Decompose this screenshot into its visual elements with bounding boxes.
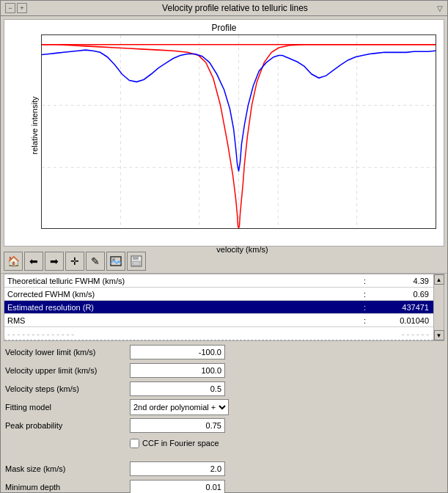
- title-bar: − + Velocity profile relative to telluri…: [1, 1, 447, 16]
- minimum-depth-input[interactable]: [130, 480, 225, 493]
- x-axis-label: velocity (km/s): [41, 245, 444, 254]
- svg-rect-13: [133, 261, 140, 266]
- minimum-depth-row: Minimum depth: [5, 479, 443, 493]
- svg-rect-12: [133, 256, 139, 260]
- peak-probability-row: Peak probability: [5, 417, 443, 434]
- image-button[interactable]: [106, 252, 125, 271]
- mask-size-row: Mask size (km/s): [5, 461, 443, 477]
- window-title: Velocity profile relative to telluric li…: [33, 3, 437, 13]
- mask-size-label: Mask size (km/s): [5, 464, 130, 473]
- save-button[interactable]: [127, 252, 146, 271]
- table-wrapper: Theoretical telluric FWHM (km/s) : 4.39 …: [4, 274, 433, 340]
- plot-container: 1.00 0.95 0.90 0.85 −100 −50 0 50 100: [41, 34, 436, 229]
- main-window: − + Velocity profile relative to telluri…: [0, 0, 448, 493]
- fitting-model-label: Fitting model: [5, 403, 130, 412]
- chart-title: Profile: [4, 20, 444, 33]
- form-area: Velocity lower limit (km/s) Velocity upp…: [1, 341, 447, 493]
- fitting-model-select[interactable]: 2nd order polynomial + ga Gaussian Loren…: [130, 399, 229, 415]
- title-bar-buttons: − +: [5, 3, 27, 13]
- table-row-dashed: - - - - - - - - - - - - - - - - - - - -: [4, 327, 433, 340]
- forward-button[interactable]: ➡: [45, 252, 64, 271]
- velocity-steps-input[interactable]: [130, 381, 225, 396]
- velocity-lower-row: Velocity lower limit (km/s): [5, 344, 443, 360]
- minimum-depth-label: Minimum depth: [5, 483, 130, 492]
- minimize-button[interactable]: −: [5, 3, 15, 13]
- home-button[interactable]: 🏠: [4, 252, 23, 271]
- ccf-fourier-label: CCF in Fourier space: [142, 439, 219, 448]
- edit-button[interactable]: ✎: [86, 252, 105, 271]
- y-axis-label: relative intensity: [30, 97, 39, 155]
- table-row: Corrected FWHM (km/s) : 0.69: [4, 288, 433, 301]
- table-row: Theoretical telluric FWHM (km/s) : 4.39: [4, 274, 433, 288]
- velocity-steps-label: Velocity steps (km/s): [5, 384, 130, 393]
- chart-area: Profile relative intensity 1.00 0.95 0.9…: [4, 19, 444, 246]
- ccf-fourier-row: CCF in Fourier space: [5, 436, 443, 450]
- velocity-steps-row: Velocity steps (km/s): [5, 381, 443, 397]
- plot-svg: [42, 35, 436, 228]
- velocity-upper-input[interactable]: [130, 363, 225, 378]
- velocity-upper-label: Velocity upper limit (km/s): [5, 366, 130, 375]
- window-collapse[interactable]: ▽: [437, 4, 443, 12]
- velocity-lower-input[interactable]: [130, 345, 225, 359]
- data-table: Theoretical telluric FWHM (km/s) : 4.39 …: [4, 274, 444, 341]
- ccf-fourier-checkbox[interactable]: [130, 439, 139, 448]
- zoom-button[interactable]: ✛: [65, 252, 84, 271]
- peak-probability-input[interactable]: [130, 418, 225, 433]
- scroll-down-button[interactable]: ▼: [434, 330, 444, 340]
- table-row: RMS : 0.01040: [4, 314, 433, 327]
- table-row-highlighted: Estimated resolution (R) : 437471: [4, 301, 433, 314]
- scroll-up-button[interactable]: ▲: [434, 274, 444, 285]
- fitting-model-row: Fitting model 2nd order polynomial + ga …: [5, 399, 443, 415]
- peak-probability-label: Peak probability: [5, 421, 130, 430]
- velocity-upper-row: Velocity upper limit (km/s): [5, 362, 443, 379]
- maximize-button[interactable]: +: [17, 3, 27, 13]
- velocity-lower-label: Velocity lower limit (km/s): [5, 348, 130, 357]
- scrollbar: ▲ ▼: [433, 274, 444, 340]
- mask-size-input[interactable]: [130, 461, 225, 476]
- back-button[interactable]: ⬅: [24, 252, 43, 271]
